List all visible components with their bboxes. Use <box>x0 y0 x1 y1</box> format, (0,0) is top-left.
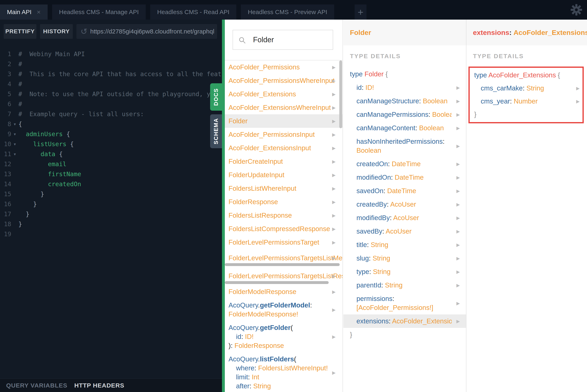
code-line[interactable]: 6# <box>0 99 222 109</box>
editor-bottom-bar: QUERY VARIABLES HTTP HEADERS <box>0 378 222 392</box>
code-line[interactable]: 14 createdOn <box>0 179 222 189</box>
code-line[interactable]: 15 } <box>0 189 222 199</box>
type-field-row[interactable]: cms_year: Number▶ <box>470 95 582 108</box>
api-tab[interactable]: Headless CMS - Manage API <box>52 4 146 20</box>
prettify-button[interactable]: PRETTIFY <box>4 24 36 39</box>
api-tab[interactable]: Main API× <box>0 4 48 20</box>
doc-list-item[interactable]: FoldersListWhereInput▶ <box>225 182 343 195</box>
doc-list-item[interactable]: AcoQuery.getFolder( id: ID!): FolderResp… <box>225 321 343 352</box>
doc-list-item[interactable]: Folder▶ <box>225 114 343 128</box>
code-line[interactable]: 18} <box>0 219 222 229</box>
http-headers-tab[interactable]: HTTP HEADERS <box>74 382 124 389</box>
doc-list-item[interactable]: FoldersListCompressedResponse▶ <box>225 222 343 236</box>
doc-list-item[interactable]: AcoFolder_PermissionsInput▶ <box>225 128 343 141</box>
code-line[interactable]: 10▾ listUsers { <box>0 139 222 149</box>
doc-list-item[interactable]: FolderLevelPermissionsTarget▶ <box>225 236 343 249</box>
doc-list-item[interactable]: AcoFolder_ExtensionsInput▶ <box>225 141 343 155</box>
line-number: 8 <box>0 120 11 128</box>
code-line[interactable]: 3# This is the core API that has access … <box>0 69 222 79</box>
fold-arrow-icon[interactable]: ▾ <box>11 152 19 156</box>
folder-panel-title: Folder <box>343 20 466 45</box>
doc-list-item[interactable]: FolderUpdateInput▶ <box>225 168 343 182</box>
docs-scrollbar-thumb[interactable] <box>339 60 342 128</box>
fold-arrow-icon[interactable]: ▾ <box>11 132 19 136</box>
history-button[interactable]: HISTORY <box>40 24 73 39</box>
type-field-row[interactable]: canManageStructure: Boolean▶ <box>343 94 466 108</box>
reload-endpoint-icon[interactable]: ↺ <box>81 27 88 36</box>
code-line[interactable]: 4# <box>0 79 222 89</box>
code-line[interactable]: 11▾ data { <box>0 149 222 159</box>
type-field-row[interactable]: permissions:[AcoFolder_Permissions!]▶ <box>343 292 466 314</box>
type-field-row[interactable]: createdBy: AcoUser▶ <box>343 198 466 211</box>
query-editor-pane: PRETTIFY HISTORY ↺ https://d2785gi4qi6pw… <box>0 20 222 392</box>
expand-arrow-icon: ▶ <box>332 186 336 191</box>
doc-list-item[interactable]: AcoFolder_ExtensionsWhereInput▶ <box>225 101 343 114</box>
fold-arrow-icon[interactable]: ▾ <box>11 142 19 146</box>
doc-list-item[interactable]: FolderLevelPermissionsTargetsListMeta▶ <box>225 249 343 267</box>
code-line[interactable]: 5# Note: to use the API outside of the p… <box>0 89 222 99</box>
expand-arrow-icon: ▶ <box>332 289 336 294</box>
code-line[interactable]: 9▾ adminUsers { <box>0 129 222 139</box>
expand-arrow-icon: ▶ <box>456 256 460 261</box>
type-field-row[interactable]: createdOn: DateTime▶ <box>343 157 466 171</box>
code-line[interactable]: 7# Example query - list all users: <box>0 109 222 119</box>
doc-list-item[interactable]: AcoQuery.getFolderModel:FolderModelRespo… <box>225 298 343 321</box>
type-field-row[interactable]: hasNonInheritedPermissions:Boolean▶ <box>343 135 466 157</box>
code-line[interactable]: 8▾{ <box>0 119 222 129</box>
type-field-row[interactable]: savedOn: DateTime▶ <box>343 184 466 198</box>
doc-list-item[interactable]: FolderLevelPermissionsTargetsListRespons… <box>225 267 343 285</box>
add-tab-button[interactable]: + <box>355 4 367 20</box>
doc-list-item[interactable]: AcoFolder_PermissionsWhereInput▶ <box>225 74 343 88</box>
query-variables-tab[interactable]: QUERY VARIABLES <box>6 382 68 389</box>
expand-arrow-icon: ▶ <box>456 188 460 194</box>
expand-arrow-icon: ▶ <box>332 307 336 312</box>
code-line[interactable]: 17 } <box>0 209 222 219</box>
doc-list-item[interactable]: FolderModelResponse▶ <box>225 285 343 298</box>
doc-list-item[interactable]: AcoFolder_Extensions▶ <box>225 88 343 101</box>
code-line[interactable]: 16 } <box>0 199 222 209</box>
code-line[interactable]: 13 firstName <box>0 169 222 179</box>
schema-side-tab[interactable]: SCHEMA <box>210 114 222 148</box>
docs-panel-divider[interactable] <box>222 20 225 392</box>
api-tab[interactable]: Headless CMS - Read API <box>150 4 236 20</box>
horizontal-scrollbar-thumb[interactable] <box>225 281 329 284</box>
type-field-row[interactable]: id: ID!▶ <box>343 81 466 94</box>
doc-list-item[interactable]: AcoFolder_Permissions▶ <box>225 60 343 74</box>
expand-arrow-icon: ▶ <box>332 370 336 375</box>
horizontal-scrollbar-thumb[interactable] <box>225 263 340 266</box>
doc-list-item[interactable]: FolderCreateInput▶ <box>225 155 343 168</box>
type-field-row[interactable]: slug: String▶ <box>343 252 466 265</box>
line-number: 5 <box>0 90 11 98</box>
code-line[interactable]: 12 email <box>0 159 222 169</box>
api-tab[interactable]: Headless CMS - Preview API <box>241 4 334 20</box>
code-line[interactable]: 2# <box>0 59 222 69</box>
type-field-row[interactable]: canManageContent: Boolean▶ <box>343 121 466 135</box>
docs-search-input[interactable]: Folder <box>233 30 333 50</box>
api-tab-label: Main API <box>7 8 32 16</box>
type-field-row[interactable]: parentId: String▶ <box>343 278 466 292</box>
type-field-row[interactable]: type: String▶ <box>343 265 466 278</box>
type-field-row[interactable]: extensions: AcoFolder_Extensions▶ <box>343 314 466 328</box>
type-field-row[interactable]: modifiedOn: DateTime▶ <box>343 171 466 184</box>
type-field-row[interactable]: modifiedBy: AcoUser▶ <box>343 211 466 224</box>
type-field-row[interactable]: title: String▶ <box>343 238 466 252</box>
close-tab-icon[interactable]: × <box>37 9 41 15</box>
doc-list-item[interactable]: FoldersListResponse▶ <box>225 209 343 222</box>
graphql-query-editor[interactable]: 1# Webiny Main API2#3# This is the core … <box>0 49 222 378</box>
type-field-row[interactable]: cms_carMake: String▶ <box>470 82 582 95</box>
doc-list-item[interactable]: FolderResponse▶ <box>225 195 343 209</box>
endpoint-url-input[interactable]: ↺ https://d2785gi4qi6pw8.cloudfront.net/… <box>77 24 217 39</box>
code-line[interactable]: 19 <box>0 229 222 239</box>
api-tab-label: Headless CMS - Preview API <box>248 8 327 16</box>
type-field-row[interactable]: savedBy: AcoUser▶ <box>343 224 466 238</box>
expand-arrow-icon: ▶ <box>332 78 336 83</box>
type-field-row[interactable]: canManagePermissions: Boolean▶ <box>343 108 466 121</box>
line-number: 13 <box>0 170 11 178</box>
expand-arrow-icon: ▶ <box>456 301 460 306</box>
code-line[interactable]: 1# Webiny Main API <box>0 49 222 59</box>
doc-list-item[interactable]: AcoQuery.listFolders( where: FoldersList… <box>225 352 343 392</box>
fold-arrow-icon[interactable]: ▾ <box>11 122 19 126</box>
settings-gear-icon[interactable] <box>571 4 582 16</box>
expand-arrow-icon: ▶ <box>332 274 336 279</box>
docs-side-tab[interactable]: DOCS <box>210 83 222 111</box>
